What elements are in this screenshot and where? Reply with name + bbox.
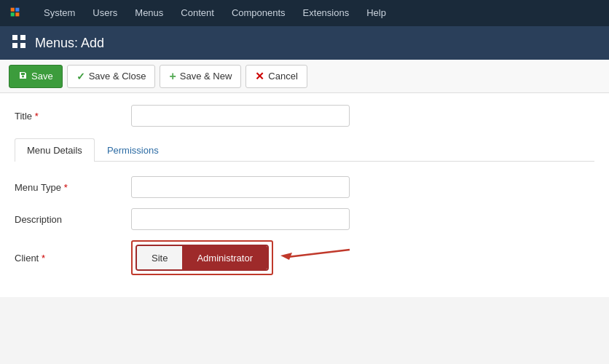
nav-users[interactable]: Users xyxy=(84,0,126,26)
save-close-label: Save & Close xyxy=(89,71,146,82)
save-close-button[interactable]: ✓ Save & Close xyxy=(67,65,156,88)
client-button-group: Site Administrator xyxy=(135,245,269,271)
menu-type-field-group: Menu Type * xyxy=(15,176,594,198)
save-icon xyxy=(18,71,28,82)
joomla-logo-icon[interactable] xyxy=(6,3,26,23)
grid-icon xyxy=(12,34,26,52)
nav-extensions[interactable]: Extensions xyxy=(294,0,358,26)
title-label: Title * xyxy=(15,111,131,122)
nav-help[interactable]: Help xyxy=(358,0,395,26)
description-input[interactable] xyxy=(131,208,350,230)
main-content: Title * Menu Details Permissions Menu Ty… xyxy=(0,93,609,297)
svg-rect-0 xyxy=(12,35,17,40)
title-field-group: Title * xyxy=(15,105,594,127)
plus-icon: + xyxy=(169,70,176,83)
client-administrator-button[interactable]: Administrator xyxy=(182,246,267,269)
nav-system[interactable]: System xyxy=(35,0,84,26)
save-new-label: Save & New xyxy=(180,71,232,82)
client-site-button[interactable]: Site xyxy=(137,246,182,269)
svg-rect-2 xyxy=(12,43,17,48)
toolbar: Save ✓ Save & Close + Save & New ✕ Cance… xyxy=(0,60,609,93)
svg-rect-3 xyxy=(20,43,25,48)
top-navbar: System Users Menus Content Components Ex… xyxy=(0,0,609,26)
tabs: Menu Details Permissions xyxy=(15,138,594,162)
svg-line-4 xyxy=(288,250,350,257)
client-label: Client * xyxy=(15,253,131,264)
menu-type-input[interactable] xyxy=(131,176,350,198)
svg-marker-5 xyxy=(280,253,292,260)
menu-type-label: Menu Type * xyxy=(15,182,131,193)
page-header: Menus: Add xyxy=(0,26,609,60)
nav-menus[interactable]: Menus xyxy=(126,0,172,26)
arrow-annotation xyxy=(280,242,368,274)
client-field-group: Client * Site Administrator xyxy=(15,240,594,275)
nav-content[interactable]: Content xyxy=(172,0,223,26)
description-label: Description xyxy=(15,214,131,225)
description-field-group: Description xyxy=(15,208,594,230)
arrow-icon xyxy=(280,242,368,272)
nav-components[interactable]: Components xyxy=(223,0,294,26)
save-new-button[interactable]: + Save & New xyxy=(160,65,241,88)
save-button[interactable]: Save xyxy=(9,65,63,88)
svg-rect-1 xyxy=(20,35,25,40)
cancel-icon: ✕ xyxy=(255,70,264,83)
cancel-label: Cancel xyxy=(268,71,297,82)
page-title: Menus: Add xyxy=(35,36,104,51)
tab-menu-details[interactable]: Menu Details xyxy=(15,138,95,162)
cancel-button[interactable]: ✕ Cancel xyxy=(245,65,307,88)
save-label: Save xyxy=(31,71,53,82)
client-toggle-group: Site Administrator xyxy=(131,240,273,275)
title-input[interactable] xyxy=(131,105,350,127)
check-icon: ✓ xyxy=(76,71,85,82)
tab-permissions[interactable]: Permissions xyxy=(95,138,171,162)
